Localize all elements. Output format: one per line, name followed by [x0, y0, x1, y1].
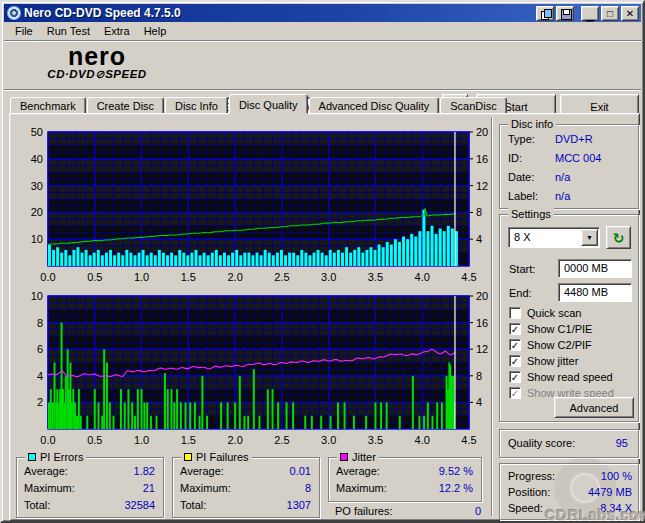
quality-score-box: Quality score: 95 [499, 429, 639, 458]
advanced-button[interactable]: Advanced [554, 397, 634, 418]
checkbox-show-read-speed[interactable]: ✓Show read speed [509, 371, 613, 383]
checkbox-icon: ✓ [509, 323, 521, 335]
disc-info-title: Disc info [508, 118, 556, 130]
svg-text:2.5: 2.5 [274, 271, 289, 283]
save-disk-icon [561, 9, 570, 18]
pi-errors-legend: PI Errors [25, 451, 86, 463]
checkbox-quick-scan[interactable]: Quick scan [509, 307, 581, 319]
minimize-button[interactable]: ▁ [581, 6, 599, 21]
svg-text:4: 4 [476, 396, 482, 408]
pi-failures-chart: 246810481216200.00.51.01.52.02.53.03.54.… [12, 288, 490, 450]
checkbox-show-jitter[interactable]: ✓Show jitter [509, 355, 578, 367]
checkbox-icon: ✓ [509, 387, 521, 399]
svg-text:4.5: 4.5 [461, 271, 476, 283]
jitter-average-value: 9.52 % [439, 465, 473, 477]
pie-total-value: 32584 [124, 499, 155, 511]
pi-failures-stats-group: PI Failures Average:0.01 Maximum:8 Total… [172, 457, 320, 518]
tab-disc-info[interactable]: Disc Info [165, 97, 228, 114]
panel-divider [491, 118, 493, 516]
position-value: 4479 MB [588, 486, 632, 498]
progress-value: 100 % [601, 470, 632, 482]
svg-text:4.5: 4.5 [461, 434, 476, 446]
svg-text:8: 8 [37, 317, 43, 329]
disc-id-label: ID: [508, 152, 522, 164]
end-position-label: End: [509, 287, 532, 299]
jitter-maximum-value: 12.2 % [439, 482, 473, 494]
po-failures-row: PO failures: 0 [335, 505, 481, 517]
settings-group: Settings 8 X ▼ ↻ Start: 0000 MB End: 448… [499, 214, 639, 422]
pif-maximum-label: Maximum: [180, 482, 231, 494]
tab-disc-quality[interactable]: Disc Quality [229, 94, 308, 114]
jitter-average-label: Average: [336, 465, 380, 477]
window-title: Nero CD-DVD Speed 4.7.5.0 [24, 6, 534, 20]
title-bar: Nero CD-DVD Speed 4.7.5.0 ▁ □ ✕ [4, 4, 641, 22]
close-icon: ✕ [626, 8, 634, 19]
pif-average-label: Average: [180, 465, 224, 477]
pie-maximum-label: Maximum: [24, 482, 75, 494]
po-failures-label: PO failures: [335, 505, 392, 517]
checkbox-icon: ✓ [509, 339, 521, 351]
menu-extra[interactable]: Extra [97, 23, 137, 39]
svg-text:50: 50 [31, 126, 43, 138]
svg-text:10: 10 [31, 233, 43, 245]
checkbox-show-c1-pie[interactable]: ✓Show C1/PIE [509, 323, 592, 335]
tab-create-disc[interactable]: Create Disc [87, 97, 164, 114]
svg-text:4.0: 4.0 [415, 271, 430, 283]
pif-maximum-value: 8 [305, 482, 311, 494]
copy-icon [541, 9, 550, 18]
svg-text:1.5: 1.5 [181, 434, 196, 446]
svg-text:8: 8 [476, 206, 482, 218]
checkbox-icon: ✓ [509, 371, 521, 383]
menu-help[interactable]: Help [137, 23, 174, 39]
pif-average-value: 0.01 [290, 465, 311, 477]
start-position-field[interactable]: 0000 MB [558, 259, 632, 278]
menu-file[interactable]: File [8, 23, 40, 39]
svg-text:16: 16 [476, 153, 488, 165]
jitter-swatch-icon [340, 453, 348, 461]
svg-text:20: 20 [31, 206, 43, 218]
app-window: Nero CD-DVD Speed 4.7.5.0 ▁ □ ✕ File Run… [0, 0, 645, 523]
po-failures-value: 0 [475, 505, 481, 517]
svg-text:3.5: 3.5 [368, 434, 383, 446]
disc-type-value: DVD+R [555, 133, 593, 145]
chevron-down-icon[interactable]: ▼ [581, 229, 598, 246]
close-button[interactable]: ✕ [621, 6, 639, 21]
svg-text:0.5: 0.5 [87, 271, 102, 283]
disc-date-label: Date: [508, 171, 534, 183]
tab-strip: Benchmark Create Disc Disc Info Disc Qua… [10, 94, 635, 114]
svg-text:20: 20 [476, 126, 488, 138]
svg-text:3.0: 3.0 [321, 434, 336, 446]
speed-label: Speed: [508, 502, 543, 514]
svg-text:0.0: 0.0 [40, 434, 55, 446]
save-button[interactable] [556, 6, 574, 21]
copy-screenshot-button[interactable] [536, 6, 554, 21]
svg-text:6: 6 [37, 343, 43, 355]
maximize-button[interactable]: □ [601, 6, 619, 21]
scan-speed-select[interactable]: 8 X ▼ [508, 227, 600, 248]
menu-run-test[interactable]: Run Test [40, 23, 97, 39]
tab-scandisc[interactable]: ScanDisc [440, 97, 506, 114]
refresh-icon: ↻ [613, 230, 625, 246]
svg-text:2.0: 2.0 [227, 434, 242, 446]
checkbox-icon: ✓ [509, 355, 521, 367]
svg-text:2: 2 [37, 396, 43, 408]
pie-average-label: Average: [24, 465, 68, 477]
svg-text:3.5: 3.5 [368, 271, 383, 283]
refresh-button[interactable]: ↻ [606, 226, 631, 249]
pif-total-label: Total: [180, 499, 206, 511]
disc-date-value: n/a [555, 171, 570, 183]
svg-text:12: 12 [476, 180, 488, 192]
start-position-label: Start: [509, 263, 535, 275]
tab-benchmark[interactable]: Benchmark [10, 97, 86, 114]
disc-info-group: Disc info Type: DVD+R ID: MCC 004 Date: … [499, 124, 639, 209]
tab-advanced-disc-quality[interactable]: Advanced Disc Quality [309, 97, 440, 114]
svg-text:1.5: 1.5 [181, 271, 196, 283]
checkbox-icon [509, 307, 521, 319]
svg-text:0.0: 0.0 [40, 271, 55, 283]
svg-text:8: 8 [476, 370, 482, 382]
end-position-field[interactable]: 4480 MB [558, 283, 632, 302]
checkbox-show-c2-pif[interactable]: ✓Show C2/PIF [509, 339, 592, 351]
position-label: Position: [508, 486, 550, 498]
svg-text:1.0: 1.0 [134, 271, 149, 283]
svg-text:1.0: 1.0 [134, 434, 149, 446]
